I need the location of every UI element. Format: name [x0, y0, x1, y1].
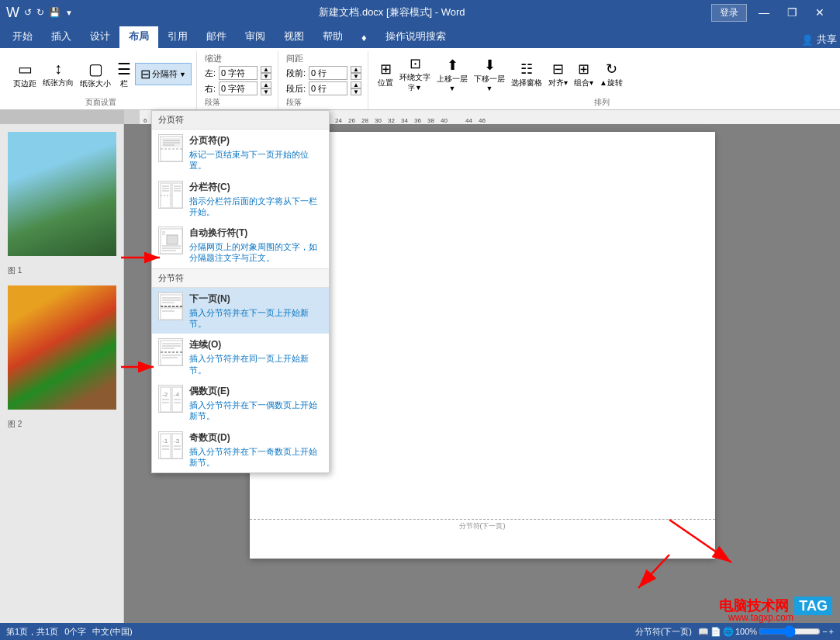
- spacing-before-up[interactable]: ▲: [351, 66, 361, 73]
- send-backward-button[interactable]: ⬇ 下移一层 ▼: [472, 55, 506, 94]
- section-break-header-text: 分节符: [158, 273, 184, 282]
- zoom-in[interactable]: +: [829, 627, 834, 636]
- orientation-button[interactable]: ↕ 纸张方向: [40, 58, 76, 90]
- arrange-group: ⊞ 位置 ⊡ 环绕文字 字▼ ⬆ 上移一层 ▼ ⬇ 下移一层 ▼ ☷ 选择窗格: [370, 51, 834, 109]
- svg-text:-4: -4: [174, 391, 180, 398]
- maximize-button[interactable]: ❐: [778, 0, 806, 25]
- spacing-before-input[interactable]: [309, 66, 347, 80]
- indent-left-up[interactable]: ▲: [261, 66, 271, 73]
- indent-left-label: 左:: [205, 67, 216, 79]
- minimize-button[interactable]: —: [750, 0, 778, 25]
- print-view-icon[interactable]: 📄: [710, 627, 721, 637]
- share-area: 👤 共享: [801, 33, 837, 48]
- indent-right-input[interactable]: [219, 81, 258, 95]
- watermark-area: 电脑技术网 TAG: [719, 597, 832, 615]
- title-bar: W ↺ ↻ 💾 ▼ 新建文档.docx [兼容模式] - Word 登录 — ❐…: [0, 0, 840, 25]
- indent-left-down[interactable]: ▼: [261, 73, 271, 80]
- column-break-title: 分栏符(C): [189, 181, 323, 194]
- rotate-button[interactable]: ↻ ▲旋转: [598, 59, 624, 90]
- page-setup-label: 页面设置: [85, 95, 116, 108]
- indent-left-spinners: ▲ ▼: [261, 66, 271, 80]
- margins-button[interactable]: ▭ 页边距: [11, 58, 39, 91]
- column-break-text: 分栏符(C) 指示分栏符后面的文字将从下一栏开始。: [189, 181, 323, 218]
- img-label-2-text: 图 2: [8, 420, 22, 428]
- group-button[interactable]: ⊞ 组合▾: [572, 59, 595, 90]
- tab-design[interactable]: 设计: [81, 26, 119, 48]
- indent-right-down[interactable]: ▼: [261, 88, 271, 95]
- spacing-after-input[interactable]: [309, 81, 347, 95]
- section-break-bottom-label: 分节符(下一页): [635, 626, 692, 638]
- tab-mail[interactable]: 邮件: [197, 26, 236, 48]
- spacing-before-spinners: ▲ ▼: [351, 66, 361, 80]
- svg-text:-2: -2: [162, 391, 168, 398]
- close-button[interactable]: ✕: [806, 0, 834, 25]
- svg-text:-1: -1: [162, 438, 168, 445]
- page-break-item[interactable]: 分页符(P) 标记一页结束与下一页开始的位置。: [152, 130, 329, 176]
- tab-start[interactable]: 开始: [3, 26, 42, 48]
- continuous-item[interactable]: 连续(O) 插入分节符并在同一页上开始新节。: [152, 334, 329, 380]
- page-break-text: 分页符(P) 标记一页结束与下一页开始的位置。: [189, 134, 323, 171]
- bring-forward-button[interactable]: ⬆ 上移一层 ▼: [435, 55, 469, 94]
- breaks-dropdown[interactable]: ⊟ 分隔符 ▼: [135, 63, 192, 85]
- position-button[interactable]: ⊞ 位置: [376, 59, 395, 90]
- zoom-slider[interactable]: [759, 626, 821, 637]
- undo-icon[interactable]: ↺: [24, 7, 32, 18]
- break-btn-label: 分隔符: [152, 68, 178, 80]
- spacing-label: 间距: [286, 53, 361, 64]
- spacing-after-up[interactable]: ▲: [351, 81, 361, 88]
- tab-review[interactable]: 审阅: [236, 26, 275, 48]
- text-wrap-item[interactable]: 自动换行符(T) 分隔网页上的对象周围的文字，如分隔题注文字与正文。: [152, 222, 329, 268]
- size-button[interactable]: ▢ 纸张大小: [78, 58, 113, 91]
- img-label-1-text: 图 1: [8, 266, 22, 275]
- continuous-text: 连续(O) 插入分节符并在同一页上开始新节。: [189, 338, 323, 375]
- save-icon[interactable]: 💾: [49, 7, 60, 18]
- tab-diamond[interactable]: ♦: [352, 29, 376, 48]
- spacing-group: 间距 段前: ▲ ▼ 段后: ▲ ▼ 段落: [280, 51, 368, 109]
- columns-button[interactable]: ☰ 栏: [115, 58, 133, 91]
- redo-icon[interactable]: ↻: [36, 7, 44, 18]
- login-button[interactable]: 登录: [711, 4, 747, 22]
- more-icon[interactable]: ▼: [65, 9, 73, 17]
- zoom-out[interactable]: −: [822, 627, 827, 636]
- spacing-after-down[interactable]: ▼: [351, 88, 361, 95]
- page-break-desc: 标记一页结束与下一页开始的位置。: [189, 149, 323, 171]
- wrap-text-button[interactable]: ⊡ 环绕文字 字▼: [398, 54, 432, 95]
- tab-search[interactable]: 操作说明搜索: [376, 26, 455, 48]
- tab-references[interactable]: 引用: [158, 26, 197, 48]
- tab-help[interactable]: 帮助: [313, 26, 352, 48]
- image-thumbnail-1: [8, 132, 116, 256]
- column-break-item[interactable]: 分栏符(C) 指示分栏符后面的文字将从下一栏开始。: [152, 176, 329, 223]
- tab-view[interactable]: 视图: [275, 26, 313, 48]
- website-text: www.tagxp.com: [728, 612, 793, 623]
- indent-right-up[interactable]: ▲: [261, 81, 271, 88]
- indent-left-row: 左: ▲ ▼: [205, 66, 271, 80]
- section-break-header: 分节符: [152, 268, 329, 288]
- window-title: 新建文档.docx [兼容模式] - Word: [73, 5, 711, 19]
- tab-insert[interactable]: 插入: [42, 26, 81, 48]
- paragraph-label: 段落: [205, 95, 271, 108]
- next-page-desc: 插入分节符并在下一页上开始新节。: [189, 307, 323, 330]
- ribbon: ▭ 页边距 ↕ 纸张方向 ▢ 纸张大小 ☰ 栏 ⊟ 分隔符 ▼: [0, 48, 840, 110]
- web-view-icon[interactable]: 🌐: [723, 627, 734, 637]
- word-count: 0个字: [64, 626, 86, 638]
- even-page-item[interactable]: -2 -4 偶数页(E) 插入分节符并在下一偶数页上开始新节。: [152, 380, 329, 427]
- page-break-icon: [158, 134, 183, 162]
- tag-badge: TAG: [794, 597, 832, 615]
- align-button[interactable]: ⊟ 对齐▾: [547, 59, 569, 90]
- select-pane-button[interactable]: ☷ 选择窗格: [510, 59, 544, 90]
- spacing-before-row: 段前: ▲ ▼: [286, 66, 361, 80]
- column-break-icon: [158, 181, 183, 209]
- spacing-before-down[interactable]: ▼: [351, 73, 361, 80]
- indent-right-row: 右: ▲ ▼: [205, 81, 271, 95]
- odd-page-item[interactable]: -1 -3 奇数页(D) 插入分节符并在下一奇数页上开始新节。: [152, 427, 329, 473]
- next-page-item[interactable]: 下一页(N) 插入分节符并在下一页上开始新节。: [152, 288, 329, 334]
- ruler-bar: 6 4 2 | 2 4 6 8 10 12 14 16 18 20 22 24 …: [0, 110, 840, 124]
- svg-rect-11: [172, 183, 182, 208]
- text-wrap-title: 自动换行符(T): [189, 227, 323, 240]
- odd-page-title: 奇数页(D): [189, 431, 323, 445]
- window-controls: — ❐ ✕: [750, 0, 834, 25]
- indent-right-label: 右:: [205, 83, 216, 95]
- read-view-icon[interactable]: 📖: [698, 627, 709, 637]
- tab-layout[interactable]: 布局: [119, 26, 158, 48]
- indent-left-input[interactable]: [219, 66, 258, 80]
